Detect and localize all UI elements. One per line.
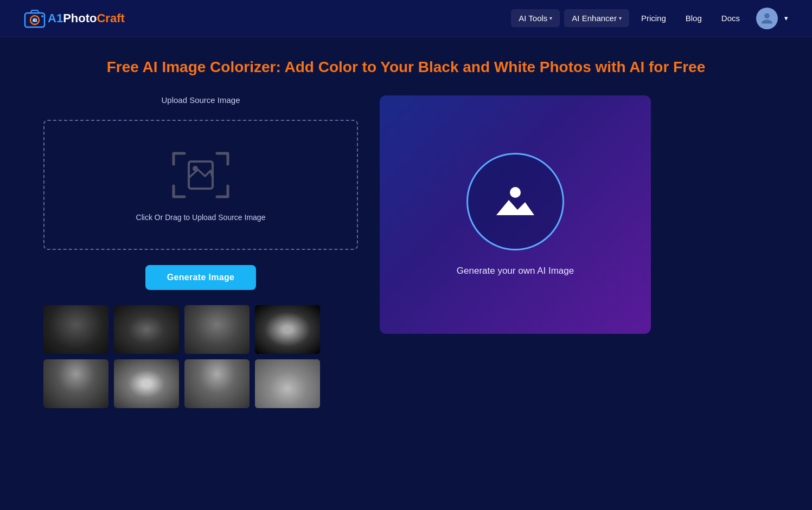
svg-point-40 xyxy=(136,379,151,399)
svg-point-11 xyxy=(79,320,84,325)
svg-point-24 xyxy=(281,323,294,336)
ai-enhancer-label: AI Enhancer xyxy=(572,14,617,23)
logo-ai-text: A1 xyxy=(48,11,63,25)
nav-item-pricing[interactable]: Pricing xyxy=(634,9,674,27)
content-grid: Upload Source Image Click Or Drag to Upl… xyxy=(43,95,769,408)
sample-thumb-building[interactable] xyxy=(255,359,320,408)
svg-point-44 xyxy=(209,375,214,383)
svg-rect-55 xyxy=(276,388,282,396)
svg-point-34 xyxy=(65,372,87,388)
svg-point-13 xyxy=(117,311,154,343)
svg-point-29 xyxy=(271,313,288,330)
svg-rect-56 xyxy=(285,388,292,396)
sample-thumb-flower[interactable] xyxy=(255,305,320,354)
ai-enhancer-chevron-icon: ▾ xyxy=(619,15,622,21)
sample-thumb-flowers2[interactable] xyxy=(114,359,179,408)
svg-point-14 xyxy=(139,311,176,343)
svg-rect-36 xyxy=(114,359,179,408)
upload-hint: Click Or Drag to Upload Source Image xyxy=(136,213,266,222)
nav-item-docs[interactable]: Docs xyxy=(714,9,747,27)
svg-rect-59 xyxy=(280,397,295,408)
svg-rect-57 xyxy=(295,388,302,396)
svg-point-3 xyxy=(41,15,43,17)
svg-point-30 xyxy=(286,328,303,345)
pricing-label: Pricing xyxy=(641,14,666,23)
svg-rect-52 xyxy=(295,376,302,384)
svg-point-38 xyxy=(138,367,155,389)
nav-item-ai-tools[interactable]: AI Tools ▾ xyxy=(511,9,560,27)
svg-rect-35 xyxy=(64,364,88,380)
svg-point-8 xyxy=(57,313,95,346)
nav-user-chevron-icon[interactable]: ▾ xyxy=(782,12,790,24)
sample-thumb-lizard[interactable] xyxy=(43,305,108,354)
sample-thumb-eagle[interactable] xyxy=(184,305,250,354)
ai-card-label: Generate your own AI Image xyxy=(457,266,574,276)
svg-rect-7 xyxy=(43,305,108,354)
blog-label: Blog xyxy=(686,14,702,23)
page-title: Free AI Image Colorizer: Add Color to Yo… xyxy=(43,59,769,76)
svg-point-60 xyxy=(510,187,521,198)
navbar: A1 A1PhotoCraft AI Tools ▾ AI Enhancer ▾… xyxy=(0,0,812,37)
svg-point-10 xyxy=(68,320,73,325)
svg-rect-51 xyxy=(285,376,292,384)
svg-point-27 xyxy=(269,325,284,334)
svg-point-39 xyxy=(143,371,166,397)
svg-rect-54 xyxy=(266,388,272,396)
svg-point-15 xyxy=(126,327,148,346)
ai-tools-chevron-icon: ▾ xyxy=(549,15,552,21)
logo-camera-icon: A1 xyxy=(22,5,48,31)
svg-point-22 xyxy=(220,318,225,323)
ai-image-placeholder-icon xyxy=(494,183,537,221)
svg-rect-18 xyxy=(184,305,250,354)
svg-point-9 xyxy=(64,314,88,334)
nav-item-blog[interactable]: Blog xyxy=(678,9,709,27)
svg-point-25 xyxy=(283,311,292,326)
svg-point-16 xyxy=(145,327,167,346)
logo-craft-text: Craft xyxy=(97,11,124,25)
svg-rect-58 xyxy=(305,388,311,396)
svg-point-6 xyxy=(193,166,198,171)
svg-point-32 xyxy=(64,366,88,394)
svg-rect-53 xyxy=(305,376,311,384)
left-panel: Upload Source Image Click Or Drag to Upl… xyxy=(43,95,358,408)
generate-image-button[interactable]: Generate Image xyxy=(145,265,257,290)
svg-rect-42 xyxy=(184,359,250,408)
svg-point-26 xyxy=(283,333,292,348)
ai-image-card[interactable]: Generate your own AI Image xyxy=(380,95,651,334)
upload-zone[interactable]: Click Or Drag to Upload Source Image xyxy=(43,120,358,250)
svg-rect-47 xyxy=(260,370,315,405)
logo-photo-text: Photo xyxy=(63,11,97,25)
svg-point-45 xyxy=(220,375,225,383)
svg-rect-49 xyxy=(266,376,272,384)
svg-rect-33 xyxy=(60,389,92,408)
svg-point-20 xyxy=(207,311,227,332)
docs-label: Docs xyxy=(721,14,740,23)
right-panel: Generate your own AI Image xyxy=(380,95,769,334)
sample-thumb-face[interactable] xyxy=(184,359,250,408)
ai-tools-label: AI Tools xyxy=(519,14,547,23)
svg-rect-23 xyxy=(255,305,320,354)
nav-links: AI Tools ▾ AI Enhancer ▾ Pricing Blog Do… xyxy=(511,8,790,29)
svg-text:A1: A1 xyxy=(33,18,37,22)
svg-rect-50 xyxy=(276,376,282,384)
svg-point-43 xyxy=(203,365,231,399)
svg-point-28 xyxy=(291,325,306,334)
logo[interactable]: A1 A1PhotoCraft xyxy=(22,5,125,31)
svg-rect-12 xyxy=(114,305,179,354)
upload-scan-icon xyxy=(168,148,233,202)
sample-thumb-butterfly[interactable] xyxy=(114,305,179,354)
sample-thumb-woman[interactable] xyxy=(43,359,108,408)
svg-rect-31 xyxy=(43,359,108,408)
svg-point-19 xyxy=(201,309,233,339)
svg-point-37 xyxy=(127,371,150,397)
user-avatar[interactable] xyxy=(756,8,778,29)
user-avatar-icon xyxy=(760,12,773,25)
svg-rect-46 xyxy=(255,359,320,408)
svg-point-21 xyxy=(209,318,214,323)
ai-generate-circle xyxy=(466,153,564,250)
main-content: Free AI Image Colorizer: Add Color to Yo… xyxy=(0,37,812,430)
samples-grid xyxy=(43,305,358,408)
nav-item-ai-enhancer[interactable]: AI Enhancer ▾ xyxy=(564,9,629,27)
upload-source-label: Upload Source Image xyxy=(161,95,240,105)
svg-rect-48 xyxy=(260,367,315,373)
